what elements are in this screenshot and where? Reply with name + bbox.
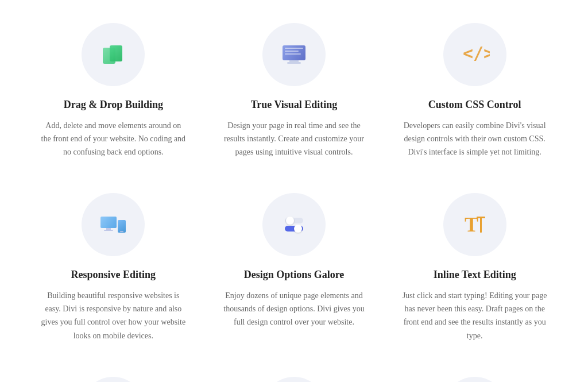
svg-rect-19: [480, 217, 482, 233]
svg-rect-13: [120, 231, 123, 232]
svg-text:T: T: [465, 213, 478, 236]
inline-text-title: Inline Text Editing: [434, 269, 516, 281]
feature-save-manage: Save & Manage Your Designs Save and mana…: [23, 365, 204, 382]
responsive-icon: [98, 210, 128, 240]
custom-css-icon: </>: [460, 40, 490, 70]
drag-drop-icon: [98, 40, 128, 70]
design-options-desc: Enjoy dozens of unique page elements and…: [221, 289, 368, 329]
global-elements-icon-circle: [262, 377, 326, 382]
responsive-icon-circle: [82, 193, 145, 256]
feature-undo-redo: Undo, Redo, & Revisions Divi works like …: [384, 365, 565, 382]
custom-css-desc: Developers can easily combine Divi's vis…: [401, 119, 548, 159]
inline-text-icon: T: [460, 210, 490, 240]
svg-rect-7: [285, 53, 301, 55]
svg-rect-4: [287, 62, 301, 64]
visual-editing-title: True Visual Editing: [251, 99, 338, 111]
svg-rect-1: [110, 45, 122, 61]
svg-rect-3: [289, 60, 299, 62]
feature-visual-editing: True Visual Editing Design your page in …: [204, 11, 385, 182]
visual-editing-icon: [279, 40, 309, 70]
drag-drop-desc: Add, delete and move elements around on …: [40, 119, 187, 159]
svg-rect-12: [118, 220, 126, 233]
design-options-icon-circle: [262, 193, 326, 256]
custom-css-icon-circle: </>: [443, 23, 506, 86]
responsive-title: Responsive Editing: [71, 269, 156, 281]
features-grid: Drag & Drop Building Add, delete and mov…: [0, 0, 588, 382]
svg-rect-6: [285, 51, 299, 52]
custom-css-title: Custom CSS Control: [428, 99, 521, 111]
undo-redo-icon-circle: [443, 377, 506, 382]
inline-text-desc: Just click and start typing! Editing you…: [401, 289, 548, 342]
visual-editing-icon-circle: [262, 23, 326, 86]
svg-rect-10: [106, 228, 111, 230]
svg-rect-11: [104, 230, 113, 231]
feature-custom-css: </> Custom CSS Control Developers can ea…: [384, 11, 565, 182]
feature-design-options: Design Options Galore Enjoy dozens of un…: [204, 182, 385, 365]
design-options-title: Design Options Galore: [244, 269, 345, 281]
drag-drop-title: Drag & Drop Building: [64, 99, 163, 111]
feature-responsive: Responsive Editing Building beautiful re…: [23, 182, 204, 365]
responsive-desc: Building beautiful responsive websites i…: [40, 289, 187, 342]
feature-drag-drop: Drag & Drop Building Add, delete and mov…: [23, 11, 204, 182]
svg-point-17: [294, 225, 302, 233]
save-manage-icon-circle: [82, 377, 145, 382]
svg-point-15: [286, 217, 294, 225]
svg-rect-2: [283, 45, 305, 60]
drag-drop-icon-circle: [82, 23, 145, 86]
inline-text-icon-circle: T: [443, 193, 506, 256]
svg-text:</>: </>: [463, 43, 490, 63]
svg-rect-20: [477, 217, 485, 218]
svg-rect-5: [285, 48, 303, 49]
feature-global-elements: Global Elements & Styles Manage your ent…: [204, 365, 385, 382]
design-options-icon: [279, 210, 309, 240]
svg-rect-9: [100, 217, 117, 228]
visual-editing-desc: Design your page in real time and see th…: [221, 119, 368, 159]
feature-inline-text: T Inline Text Editing Just click and sta…: [384, 182, 565, 365]
